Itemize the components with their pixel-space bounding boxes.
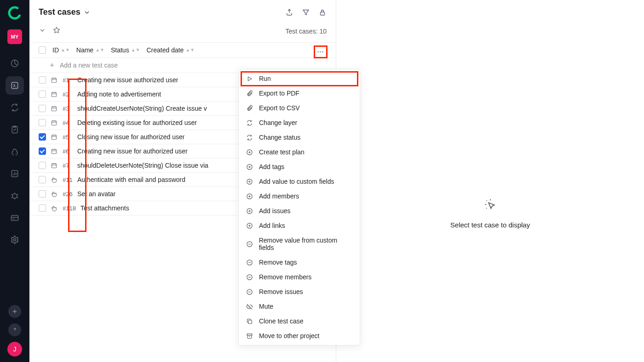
svg-rect-14 bbox=[52, 149, 57, 153]
row-name: Creating new issue for authorized user bbox=[77, 147, 188, 155]
menu-item-clone-test-case[interactable]: Clone test case bbox=[239, 314, 360, 328]
row-checkbox[interactable] bbox=[39, 76, 46, 84]
row-checkbox[interactable] bbox=[39, 162, 46, 169]
menu-item-label: Add members bbox=[259, 192, 299, 200]
page-title: Test cases bbox=[39, 7, 80, 17]
col-id[interactable]: ID▲▼ bbox=[52, 46, 70, 54]
menu-item-label: Run bbox=[259, 75, 271, 82]
star-icon[interactable] bbox=[52, 26, 61, 36]
row-id: #2 bbox=[63, 91, 73, 98]
row-id: #6 bbox=[63, 148, 73, 155]
row-id: #3 bbox=[63, 105, 73, 112]
menu-item-label: Add tags bbox=[259, 163, 284, 170]
menu-item-remove-tags[interactable]: Remove tags bbox=[239, 255, 360, 270]
row-name: shouldDeleteUserNote(String) Close issue… bbox=[77, 162, 208, 169]
add-button[interactable] bbox=[8, 305, 21, 318]
col-created[interactable]: Created date▲▼ bbox=[146, 46, 195, 54]
plus-c-icon bbox=[246, 193, 253, 200]
plus-c-icon bbox=[246, 208, 253, 215]
plus-c-icon bbox=[246, 149, 253, 156]
title-wrap[interactable]: Test cases bbox=[39, 7, 91, 17]
export-icon[interactable] bbox=[285, 8, 293, 17]
menu-item-export-to-pdf[interactable]: Export to PDF bbox=[239, 86, 360, 101]
sidebar-bottom: J bbox=[7, 305, 22, 356]
row-checkbox[interactable] bbox=[39, 176, 46, 183]
sidebar: MY J bbox=[0, 0, 29, 362]
auto-icon bbox=[51, 148, 58, 155]
row-checkbox[interactable] bbox=[39, 147, 46, 155]
row-name: Authenticate with email and password bbox=[77, 176, 185, 183]
menu-item-label: Export to CSV bbox=[259, 104, 300, 112]
table-head: ID▲▼ Name▲▼ Status▲▼ Created date▲▼ ··· bbox=[29, 42, 336, 58]
svg-point-7 bbox=[14, 239, 16, 241]
menu-item-remove-value-from-custom-fields[interactable]: Remove value from custom fields bbox=[239, 233, 360, 255]
nav-analytics-icon[interactable] bbox=[6, 164, 24, 183]
collapse-icon[interactable] bbox=[39, 27, 46, 35]
nav-launches-icon[interactable] bbox=[6, 142, 24, 161]
row-checkbox[interactable] bbox=[39, 119, 46, 126]
row-id: #7 bbox=[63, 162, 73, 169]
row-checkbox[interactable] bbox=[39, 90, 46, 98]
main-area: Test cases Test cases: 10 ID▲▼ Name▲▼ St… bbox=[29, 0, 644, 362]
checkbox-all[interactable] bbox=[39, 46, 46, 54]
refresh-icon bbox=[246, 134, 253, 141]
col-status[interactable]: Status▲▼ bbox=[111, 46, 140, 54]
menu-item-add-tags[interactable]: Add tags bbox=[239, 159, 360, 174]
menu-item-add-issues[interactable]: Add issues bbox=[239, 204, 360, 218]
more-button[interactable]: ··· bbox=[314, 45, 328, 58]
menu-item-label: Add issues bbox=[259, 207, 290, 215]
panel-header: Test cases bbox=[29, 0, 336, 23]
nav-defects-icon[interactable] bbox=[6, 187, 24, 205]
menu-item-label: Remove members bbox=[259, 273, 311, 281]
menu-item-remove-members[interactable]: Remove members bbox=[239, 270, 360, 284]
svg-rect-15 bbox=[52, 164, 57, 168]
manual-icon bbox=[51, 191, 58, 198]
menu-item-add-value-to-custom-fields[interactable]: Add value to custom fields bbox=[239, 174, 360, 189]
row-checkbox[interactable] bbox=[39, 133, 46, 141]
menu-item-mute[interactable]: Mute bbox=[239, 299, 360, 314]
auto-icon bbox=[51, 77, 58, 84]
row-checkbox[interactable] bbox=[39, 105, 46, 112]
col-name[interactable]: Name▲▼ bbox=[76, 46, 104, 54]
manual-icon bbox=[51, 205, 58, 212]
menu-item-create-test-plan[interactable]: Create test plan bbox=[239, 145, 360, 159]
menu-item-export-to-csv[interactable]: Export to CSV bbox=[239, 101, 360, 115]
row-id: #11 bbox=[63, 176, 73, 183]
row-checkbox[interactable] bbox=[39, 190, 46, 198]
header-actions bbox=[285, 8, 327, 17]
menu-item-add-links[interactable]: Add links bbox=[239, 218, 360, 233]
nav-cycles-icon[interactable] bbox=[6, 98, 24, 117]
manual-icon bbox=[51, 176, 58, 183]
menu-item-label: Create test plan bbox=[259, 148, 305, 156]
clip-icon bbox=[246, 90, 253, 97]
menu-item-add-members[interactable]: Add members bbox=[239, 189, 360, 204]
row-id: #118 bbox=[63, 205, 76, 212]
lock-icon[interactable] bbox=[318, 8, 327, 17]
menu-item-change-layer[interactable]: Change layer bbox=[239, 115, 360, 130]
menu-item-label: Add value to custom fields bbox=[259, 178, 334, 185]
nav-testcases-icon[interactable] bbox=[6, 76, 24, 95]
menu-item-move-to-other-project[interactable]: Move to other project bbox=[239, 328, 360, 343]
auto-icon bbox=[51, 91, 58, 98]
filter-icon[interactable] bbox=[302, 8, 310, 17]
svg-rect-27 bbox=[247, 334, 252, 335]
menu-item-run[interactable]: Run bbox=[239, 71, 360, 86]
project-badge[interactable]: MY bbox=[7, 29, 22, 44]
help-button[interactable] bbox=[8, 323, 21, 336]
auto-icon bbox=[51, 162, 58, 169]
row-name: shouldCreateUserNote(String) Create issu… bbox=[77, 105, 207, 112]
menu-item-remove-issues[interactable]: Remove issues bbox=[239, 284, 360, 299]
chevron-down-icon bbox=[83, 9, 91, 16]
svg-rect-13 bbox=[52, 135, 57, 139]
nav-settings-icon[interactable] bbox=[6, 231, 24, 249]
menu-item-change-status[interactable]: Change status bbox=[239, 130, 360, 145]
cursor-click-icon bbox=[483, 198, 497, 213]
svg-point-0 bbox=[7, 6, 22, 20]
avatar[interactable]: J bbox=[7, 342, 22, 356]
nav-jobs-icon[interactable] bbox=[6, 209, 24, 227]
row-checkbox[interactable] bbox=[39, 204, 46, 212]
logo-icon[interactable] bbox=[7, 6, 22, 20]
row-name: Closing new issue for authorized user bbox=[77, 133, 184, 141]
nav-dashboard-icon[interactable] bbox=[6, 54, 24, 73]
nav-plans-icon[interactable] bbox=[6, 120, 24, 139]
